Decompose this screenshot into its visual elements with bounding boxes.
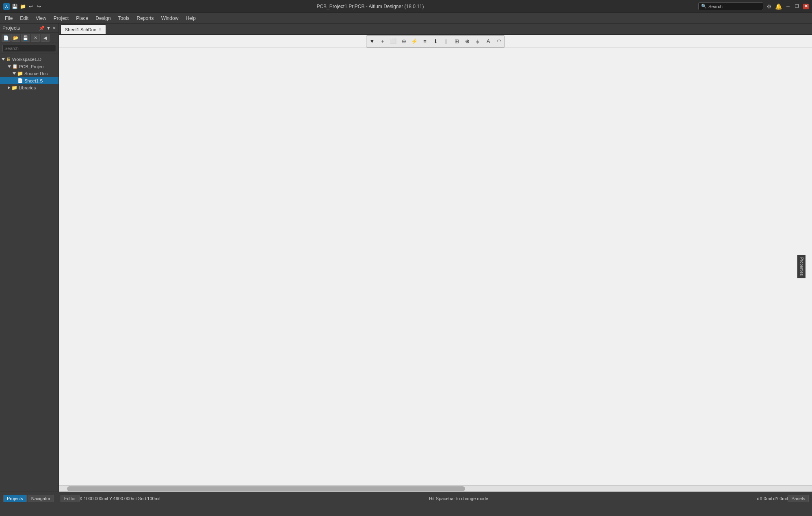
menu-window[interactable]: Window <box>158 15 182 22</box>
menu-reports[interactable]: Reports <box>134 15 157 22</box>
project-toolbar: 📄 📂 💾 ✕ ◀ <box>0 33 58 43</box>
menu-view[interactable]: View <box>32 15 50 22</box>
select-tool-button[interactable]: ⊕ <box>399 37 409 46</box>
power-tool-button[interactable]: ⚡ <box>409 37 419 46</box>
sheet1-label: Sheet1.S <box>24 78 43 83</box>
menu-design[interactable]: Design <box>92 15 114 22</box>
workspace-expand-icon <box>2 58 5 61</box>
sidebar-item-sheet1[interactable]: 📄 Sheet1.S <box>0 77 58 84</box>
menu-file[interactable]: File <box>2 15 16 22</box>
status-delta: dX:0mil dY:0mil <box>757 496 788 501</box>
global-search-box[interactable]: 🔍 Search <box>698 2 763 10</box>
save-project-button[interactable]: 💾 <box>21 34 30 42</box>
sidebar-search-input[interactable] <box>2 45 56 52</box>
sidebar-item-workspace[interactable]: 🖥 Workspace1.D <box>0 56 58 63</box>
arc-tool-button[interactable]: ◠ <box>494 37 504 46</box>
panels-status-button[interactable]: Panels <box>788 495 809 502</box>
close-button[interactable]: ✕ <box>803 4 809 9</box>
titlebar-right: 🔍 Search ⚙ 🔔 ─ ❐ ✕ <box>698 2 809 10</box>
menu-tools[interactable]: Tools <box>115 15 133 22</box>
project-tree: 🖥 Workspace1.D 📋 PCB_Project 📁 Source Do… <box>0 54 58 492</box>
status-hint: Hit Spacebar to change mode <box>160 496 757 501</box>
canvas-wrapper: .comp-text { font-family: Arial, sans-se… <box>59 48 812 492</box>
sidebar-header: Projects 📌 ▼ ✕ <box>0 24 58 33</box>
settings-icon[interactable]: ⚙ <box>767 3 772 10</box>
save-icon[interactable]: 💾 <box>11 3 18 10</box>
tab-close-button[interactable]: ✕ <box>98 27 102 32</box>
pcb-project-icon: 📋 <box>12 64 18 69</box>
text-tool-button[interactable]: A <box>483 37 493 46</box>
menu-bar: File Edit View Project Place Design Tool… <box>0 13 812 24</box>
menu-help[interactable]: Help <box>182 15 199 22</box>
sheet1-icon: 📄 <box>17 78 23 83</box>
restore-button[interactable]: ❐ <box>794 4 800 9</box>
filter-tool-button[interactable]: ▼ <box>367 37 377 46</box>
editor-tab[interactable]: Editor <box>61 495 80 502</box>
source-doc-label: Source Doc <box>24 71 48 76</box>
libraries-label: Libraries <box>19 85 36 90</box>
add-component-button[interactable]: + <box>378 37 388 46</box>
gnd-tool-button[interactable]: ⏚ <box>473 37 483 46</box>
sidebar-item-pcb-project[interactable]: 📋 PCB_Project <box>0 63 58 70</box>
net-tool-button[interactable]: ≡ <box>420 37 430 46</box>
bottom-tab-bar: Projects Navigator <box>3 495 54 502</box>
horizontal-scroll-thumb[interactable] <box>67 486 465 491</box>
bottom-tab-navigator[interactable]: Navigator <box>28 495 54 502</box>
junction-tool-button[interactable]: ⊞ <box>452 37 461 46</box>
sidebar-menu-icon[interactable]: ▼ <box>46 26 51 31</box>
workspace-icon: 🖥 <box>6 56 11 62</box>
status-coords: X:1000.000mil Y:4600.000mil <box>80 496 138 501</box>
sidebar-item-source-doc[interactable]: 📁 Source Doc <box>0 70 58 77</box>
properties-panel-button[interactable]: Properties <box>797 255 806 278</box>
status-bar-left: Projects Navigator Editor <box>3 495 80 502</box>
no-connect-button[interactable]: ⊕ <box>462 37 472 46</box>
toggle-project-button[interactable]: ◀ <box>41 34 50 42</box>
sidebar-header-icons: 📌 ▼ ✕ <box>39 26 56 31</box>
redo-icon[interactable]: ↪ <box>36 3 42 10</box>
schematic-toolbar: ▼ + ⬜ ⊕ ⚡ ≡ ⬇ | ⊞ ⊕ ⏚ A ◠ <box>59 35 812 48</box>
schematic-area: .comp-text { font-family: Arial, sans-se… <box>59 48 812 485</box>
tab-bar: Sheet1.SchDoc ✕ <box>59 24 812 35</box>
sch-tool-group: ▼ + ⬜ ⊕ ⚡ ≡ ⬇ | ⊞ ⊕ ⏚ A ◠ <box>366 35 505 48</box>
title-text: PCB_Project1.PrjPCB - Altium Designer (1… <box>42 4 698 9</box>
status-bar: Projects Navigator Editor X:1000.000mil … <box>0 492 812 505</box>
sidebar-item-libraries[interactable]: 📁 Libraries <box>0 84 58 91</box>
rect-tool-button[interactable]: ⬜ <box>388 37 398 46</box>
titlebar-left: A 💾 📁 ↩ ↪ <box>3 3 42 10</box>
new-project-button[interactable]: 📄 <box>2 34 11 42</box>
status-grid: Grid:100mil <box>137 496 160 501</box>
tab-sheet1-label: Sheet1.SchDoc <box>65 27 96 32</box>
pcb-project-label: PCB_Project <box>19 64 45 69</box>
open-icon[interactable]: 📁 <box>19 3 26 10</box>
undo-icon[interactable]: ↩ <box>28 3 34 10</box>
main-layout: Projects 📌 ▼ ✕ 📄 📂 💾 ✕ ◀ 🖥 Workspace <box>0 24 812 492</box>
menu-edit[interactable]: Edit <box>17 15 32 22</box>
sidebar-title: Projects <box>2 25 20 31</box>
minimize-button[interactable]: ─ <box>785 4 791 9</box>
tab-sheet1-schdoc[interactable]: Sheet1.SchDoc ✕ <box>61 24 106 34</box>
bus-tool-button[interactable]: | <box>441 37 451 46</box>
pcb-project-expand-icon <box>8 65 11 68</box>
horizontal-scrollbar[interactable] <box>59 485 812 492</box>
content-area: Sheet1.SchDoc ✕ ▼ + ⬜ ⊕ ⚡ ≡ ⬇ | ⊞ ⊕ ⏚ A … <box>59 24 812 492</box>
wire-tool-button[interactable]: ⬇ <box>431 37 440 46</box>
libraries-icon: 📁 <box>11 85 17 91</box>
panels-button[interactable]: Properties <box>797 48 806 485</box>
menu-project[interactable]: Project <box>50 15 72 22</box>
workspace-label: Workspace1.D <box>12 57 41 62</box>
sidebar-pin-icon[interactable]: 📌 <box>39 26 45 31</box>
open-project-button[interactable]: 📂 <box>11 34 20 42</box>
source-doc-icon: 📁 <box>17 71 23 76</box>
global-search-placeholder: Search <box>708 4 723 9</box>
projects-panel: Projects 📌 ▼ ✕ 📄 📂 💾 ✕ ◀ 🖥 Workspace <box>0 24 59 492</box>
notifications-icon[interactable]: 🔔 <box>775 3 782 10</box>
menu-place[interactable]: Place <box>73 15 91 22</box>
libraries-expand-icon <box>8 86 10 89</box>
bottom-tab-projects[interactable]: Projects <box>3 495 27 502</box>
close-project-button[interactable]: ✕ <box>31 34 40 42</box>
sidebar-close-icon[interactable]: ✕ <box>52 26 56 31</box>
title-bar: A 💾 📁 ↩ ↪ PCB_Project1.PrjPCB - Altium D… <box>0 0 812 13</box>
app-icon: A <box>3 3 10 10</box>
sidebar-search-box <box>0 43 58 54</box>
source-doc-expand-icon <box>13 72 16 75</box>
